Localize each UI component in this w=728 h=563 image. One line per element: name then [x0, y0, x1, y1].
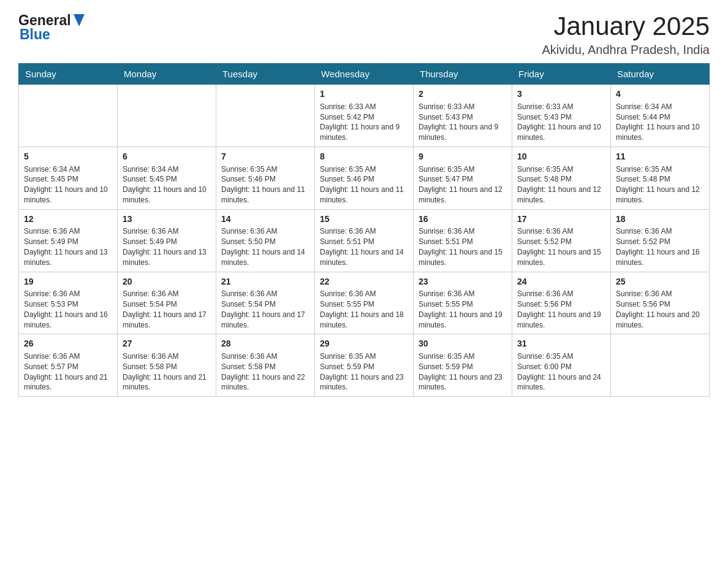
calendar-cell — [216, 85, 315, 147]
week-row-1: 1Sunrise: 6:33 AMSunset: 5:42 PMDaylight… — [19, 85, 710, 147]
day-info: Sunrise: 6:36 AMSunset: 5:56 PMDaylight:… — [517, 289, 605, 330]
title-block: January 2025 Akividu, Andhra Pradesh, In… — [542, 12, 710, 57]
calendar-cell: 13Sunrise: 6:36 AMSunset: 5:49 PMDayligh… — [118, 209, 216, 272]
calendar-cell: 18Sunrise: 6:36 AMSunset: 5:52 PMDayligh… — [611, 209, 710, 272]
calendar-cell: 27Sunrise: 6:36 AMSunset: 5:58 PMDayligh… — [118, 334, 216, 397]
day-number: 5 — [24, 151, 112, 163]
day-number: 4 — [616, 88, 704, 101]
calendar-cell — [118, 85, 216, 147]
day-number: 24 — [517, 276, 605, 288]
day-info: Sunrise: 6:33 AMSunset: 5:43 PMDaylight:… — [517, 102, 605, 143]
day-info: Sunrise: 6:34 AMSunset: 5:44 PMDaylight:… — [616, 102, 704, 143]
day-number: 6 — [123, 151, 211, 163]
calendar-cell: 14Sunrise: 6:36 AMSunset: 5:50 PMDayligh… — [216, 209, 315, 272]
calendar-cell: 21Sunrise: 6:36 AMSunset: 5:54 PMDayligh… — [216, 272, 315, 334]
calendar-cell — [19, 85, 118, 147]
day-info: Sunrise: 6:35 AMSunset: 5:46 PMDaylight:… — [221, 164, 309, 205]
day-info: Sunrise: 6:34 AMSunset: 5:45 PMDaylight:… — [24, 164, 112, 205]
calendar-cell: 11Sunrise: 6:35 AMSunset: 5:48 PMDayligh… — [611, 147, 710, 209]
day-info: Sunrise: 6:35 AMSunset: 5:48 PMDaylight:… — [517, 164, 605, 205]
day-number: 22 — [320, 276, 408, 288]
day-number: 17 — [517, 213, 605, 226]
logo-blue-text: Blue — [20, 26, 50, 43]
day-number: 1 — [320, 88, 408, 101]
day-number: 3 — [517, 88, 605, 101]
logo-arrow-icon — [74, 14, 85, 29]
week-row-3: 12Sunrise: 6:36 AMSunset: 5:49 PMDayligh… — [19, 209, 710, 272]
day-number: 11 — [616, 151, 704, 163]
calendar-cell: 16Sunrise: 6:36 AMSunset: 5:51 PMDayligh… — [414, 209, 512, 272]
calendar-cell: 8Sunrise: 6:35 AMSunset: 5:46 PMDaylight… — [315, 147, 414, 209]
calendar-cell: 4Sunrise: 6:34 AMSunset: 5:44 PMDaylight… — [611, 85, 710, 147]
calendar-cell: 5Sunrise: 6:34 AMSunset: 5:45 PMDaylight… — [19, 147, 118, 209]
location-subtitle: Akividu, Andhra Pradesh, India — [542, 43, 710, 57]
day-info: Sunrise: 6:35 AMSunset: 5:48 PMDaylight:… — [616, 164, 704, 205]
calendar-cell: 29Sunrise: 6:35 AMSunset: 5:59 PMDayligh… — [315, 334, 414, 397]
calendar-table: SundayMondayTuesdayWednesdayThursdayFrid… — [18, 63, 710, 397]
calendar-cell: 10Sunrise: 6:35 AMSunset: 5:48 PMDayligh… — [512, 147, 611, 209]
calendar-cell: 24Sunrise: 6:36 AMSunset: 5:56 PMDayligh… — [512, 272, 611, 334]
day-info: Sunrise: 6:36 AMSunset: 5:50 PMDaylight:… — [221, 226, 309, 267]
day-info: Sunrise: 6:36 AMSunset: 5:52 PMDaylight:… — [517, 226, 605, 267]
page-header: General Blue January 2025 Akividu, Andhr… — [18, 12, 710, 57]
calendar-cell: 23Sunrise: 6:36 AMSunset: 5:55 PMDayligh… — [414, 272, 512, 334]
day-number: 31 — [517, 338, 605, 350]
day-info: Sunrise: 6:36 AMSunset: 5:54 PMDaylight:… — [123, 289, 211, 330]
day-info: Sunrise: 6:35 AMSunset: 5:59 PMDaylight:… — [320, 351, 408, 393]
day-info: Sunrise: 6:35 AMSunset: 5:47 PMDaylight:… — [419, 164, 507, 205]
calendar-cell: 30Sunrise: 6:35 AMSunset: 5:59 PMDayligh… — [414, 334, 512, 397]
day-number: 15 — [320, 213, 408, 226]
day-number: 10 — [517, 151, 605, 163]
weekday-header-tuesday: Tuesday — [216, 64, 315, 85]
weekday-header-saturday: Saturday — [611, 64, 710, 85]
week-row-2: 5Sunrise: 6:34 AMSunset: 5:45 PMDaylight… — [19, 147, 710, 209]
day-info: Sunrise: 6:36 AMSunset: 5:51 PMDaylight:… — [419, 226, 507, 267]
logo: General Blue — [18, 12, 85, 43]
calendar-cell: 12Sunrise: 6:36 AMSunset: 5:49 PMDayligh… — [19, 209, 118, 272]
calendar-cell: 6Sunrise: 6:34 AMSunset: 5:45 PMDaylight… — [118, 147, 216, 209]
day-number: 2 — [419, 88, 507, 101]
calendar-cell: 15Sunrise: 6:36 AMSunset: 5:51 PMDayligh… — [315, 209, 414, 272]
calendar-cell: 17Sunrise: 6:36 AMSunset: 5:52 PMDayligh… — [512, 209, 611, 272]
weekday-header-sunday: Sunday — [19, 64, 118, 85]
calendar-cell: 31Sunrise: 6:35 AMSunset: 6:00 PMDayligh… — [512, 334, 611, 397]
calendar-cell: 26Sunrise: 6:36 AMSunset: 5:57 PMDayligh… — [19, 334, 118, 397]
day-number: 29 — [320, 338, 408, 350]
calendar-cell: 9Sunrise: 6:35 AMSunset: 5:47 PMDaylight… — [414, 147, 512, 209]
day-number: 12 — [24, 213, 112, 226]
calendar-cell: 3Sunrise: 6:33 AMSunset: 5:43 PMDaylight… — [512, 85, 611, 147]
day-number: 26 — [24, 338, 112, 350]
day-number: 28 — [221, 338, 309, 350]
calendar-cell — [611, 334, 710, 397]
day-info: Sunrise: 6:33 AMSunset: 5:42 PMDaylight:… — [320, 102, 408, 143]
day-info: Sunrise: 6:36 AMSunset: 5:56 PMDaylight:… — [616, 289, 704, 330]
weekday-header-monday: Monday — [118, 64, 216, 85]
day-info: Sunrise: 6:34 AMSunset: 5:45 PMDaylight:… — [123, 164, 211, 205]
calendar-cell: 2Sunrise: 6:33 AMSunset: 5:43 PMDaylight… — [414, 85, 512, 147]
calendar-cell: 28Sunrise: 6:36 AMSunset: 5:58 PMDayligh… — [216, 334, 315, 397]
day-number: 8 — [320, 151, 408, 163]
day-number: 23 — [419, 276, 507, 288]
month-title: January 2025 — [542, 12, 710, 40]
weekday-header-row: SundayMondayTuesdayWednesdayThursdayFrid… — [19, 64, 710, 85]
day-info: Sunrise: 6:35 AMSunset: 6:00 PMDaylight:… — [517, 351, 605, 393]
calendar-cell: 22Sunrise: 6:36 AMSunset: 5:55 PMDayligh… — [315, 272, 414, 334]
day-info: Sunrise: 6:35 AMSunset: 5:46 PMDaylight:… — [320, 164, 408, 205]
week-row-4: 19Sunrise: 6:36 AMSunset: 5:53 PMDayligh… — [19, 272, 710, 334]
day-info: Sunrise: 6:36 AMSunset: 5:57 PMDaylight:… — [24, 351, 112, 393]
day-number: 13 — [123, 213, 211, 226]
day-info: Sunrise: 6:33 AMSunset: 5:43 PMDaylight:… — [419, 102, 507, 143]
day-info: Sunrise: 6:36 AMSunset: 5:49 PMDaylight:… — [123, 226, 211, 267]
day-info: Sunrise: 6:36 AMSunset: 5:58 PMDaylight:… — [221, 351, 309, 393]
calendar-cell: 1Sunrise: 6:33 AMSunset: 5:42 PMDaylight… — [315, 85, 414, 147]
day-number: 9 — [419, 151, 507, 163]
day-info: Sunrise: 6:36 AMSunset: 5:55 PMDaylight:… — [419, 289, 507, 330]
day-number: 21 — [221, 276, 309, 288]
week-row-5: 26Sunrise: 6:36 AMSunset: 5:57 PMDayligh… — [19, 334, 710, 397]
day-number: 14 — [221, 213, 309, 226]
calendar-cell: 19Sunrise: 6:36 AMSunset: 5:53 PMDayligh… — [19, 272, 118, 334]
day-number: 16 — [419, 213, 507, 226]
day-number: 7 — [221, 151, 309, 163]
day-number: 19 — [24, 276, 112, 288]
svg-marker-0 — [74, 14, 85, 26]
